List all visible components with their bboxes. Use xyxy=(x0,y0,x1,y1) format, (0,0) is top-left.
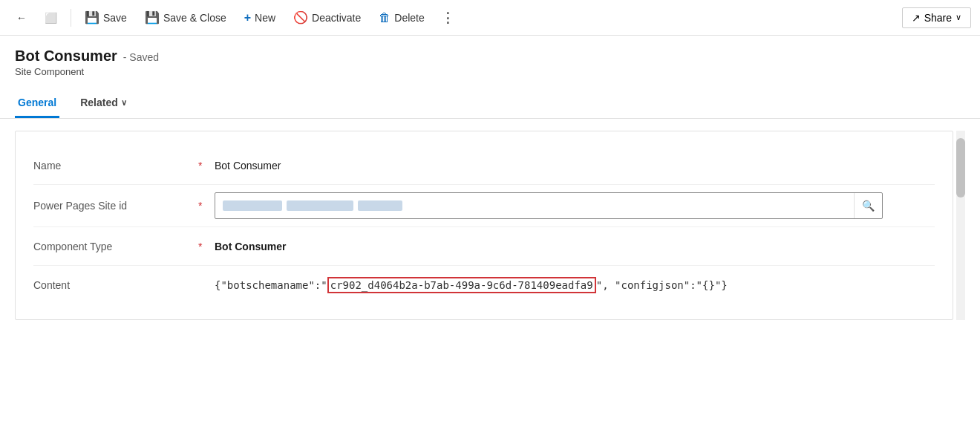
more-button[interactable]: ⋮ xyxy=(435,6,460,30)
site-id-label: Power Pages Site id xyxy=(33,200,197,212)
saved-indicator: - Saved xyxy=(123,51,159,63)
tabs-bar: General Related ∨ xyxy=(0,89,980,119)
field-site-id: Power Pages Site id * 🔍 xyxy=(33,185,935,227)
scrollbar-track[interactable] xyxy=(956,131,965,320)
blur-block-3 xyxy=(358,200,402,211)
name-label: Name xyxy=(33,160,197,172)
blur-block-2 xyxy=(287,200,353,211)
site-id-lookup[interactable]: 🔍 xyxy=(215,192,883,219)
toolbar: ← ⬜ 💾 Save 💾 Save & Close + New 🚫 Deacti… xyxy=(0,0,980,36)
field-content: Content {"botschemaname":"cr902_d4064b2a… xyxy=(33,266,935,304)
new-icon: + xyxy=(244,11,251,25)
site-id-field-wrapper: 🔍 xyxy=(209,192,935,219)
page-subtitle: Site Component xyxy=(15,66,965,77)
name-value: Bot Consumer xyxy=(209,160,935,172)
page-header: Bot Consumer - Saved Site Component xyxy=(0,36,980,83)
form-card: Name * Bot Consumer Power Pages Site id … xyxy=(15,131,953,320)
popout-button[interactable]: ⬜ xyxy=(37,8,65,27)
deactivate-button[interactable]: 🚫 Deactivate xyxy=(286,7,368,28)
content-prefix: {"botschemaname":" xyxy=(215,279,327,291)
save-close-button[interactable]: 💾 Save & Close xyxy=(137,7,234,28)
lookup-value xyxy=(215,200,854,211)
component-type-label: Component Type xyxy=(33,241,197,252)
back-button[interactable]: ← xyxy=(9,8,34,27)
tab-general-label: General xyxy=(18,97,56,108)
deactivate-icon: 🚫 xyxy=(293,10,308,25)
save-close-icon: 💾 xyxy=(145,10,160,25)
save-label: Save xyxy=(103,12,127,24)
new-label: New xyxy=(255,12,275,24)
save-button[interactable]: 💾 Save xyxy=(77,7,134,28)
tab-related[interactable]: Related ∨ xyxy=(77,89,130,118)
delete-button[interactable]: 🗑 Delete xyxy=(371,7,431,28)
tab-related-label: Related xyxy=(80,97,118,108)
page-title: Bot Consumer xyxy=(15,48,117,65)
popout-icon: ⬜ xyxy=(45,12,57,24)
delete-icon: 🗑 xyxy=(379,11,391,25)
blur-block-1 xyxy=(223,200,282,211)
content-highlight: cr902_d4064b2a-b7ab-499a-9c6d-781409eadf… xyxy=(327,277,596,293)
title-row: Bot Consumer - Saved xyxy=(15,48,965,65)
component-type-value: Bot Consumer xyxy=(209,241,935,252)
tab-general[interactable]: General xyxy=(15,89,59,118)
share-label: Share xyxy=(924,12,952,24)
share-chevron: ∨ xyxy=(956,13,961,22)
field-component-type: Component Type * Bot Consumer xyxy=(33,227,935,266)
content-value: {"botschemaname":"cr902_d4064b2a-b7ab-49… xyxy=(209,279,935,291)
delete-label: Delete xyxy=(394,12,424,24)
share-button[interactable]: ↗ Share ∨ xyxy=(902,7,971,28)
required-star-name: * xyxy=(197,160,209,172)
deactivate-label: Deactivate xyxy=(312,12,361,24)
lookup-search-icon[interactable]: 🔍 xyxy=(854,193,882,218)
new-button[interactable]: + New xyxy=(237,7,283,28)
field-name: Name * Bot Consumer xyxy=(33,146,935,185)
scroll-container: Name * Bot Consumer Power Pages Site id … xyxy=(15,131,965,320)
save-icon: 💾 xyxy=(85,10,99,25)
content-suffix: ", "configjson":"{}"} xyxy=(596,279,728,291)
scrollbar-thumb[interactable] xyxy=(956,138,965,198)
share-icon: ↗ xyxy=(912,12,921,24)
toolbar-divider-1 xyxy=(71,9,71,27)
save-close-label: Save & Close xyxy=(163,12,226,24)
main-content: Name * Bot Consumer Power Pages Site id … xyxy=(0,119,980,441)
required-star-site-id: * xyxy=(197,200,209,212)
back-icon: ← xyxy=(16,12,27,24)
required-star-component: * xyxy=(197,241,209,252)
related-chevron-icon: ∨ xyxy=(121,98,127,108)
content-label: Content xyxy=(33,279,197,291)
